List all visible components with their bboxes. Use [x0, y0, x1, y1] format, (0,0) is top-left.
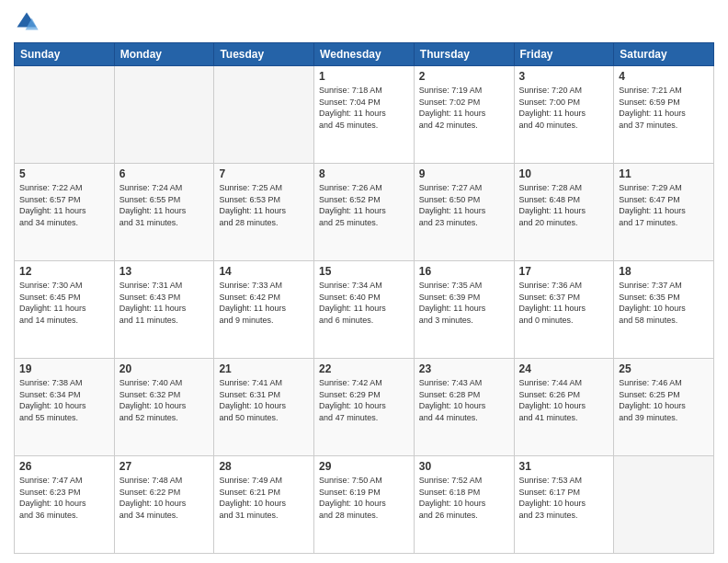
day-number: 3: [519, 70, 609, 83]
day-number: 1: [319, 70, 409, 83]
day-number: 12: [19, 265, 109, 278]
cell-info: Sunrise: 7:43 AM Sunset: 6:28 PM Dayligh…: [419, 377, 509, 423]
cell-info: Sunrise: 7:50 AM Sunset: 6:19 PM Dayligh…: [319, 475, 409, 521]
weekday-tuesday: Tuesday: [214, 43, 314, 66]
weekday-monday: Monday: [114, 43, 214, 66]
calendar-cell: 12Sunrise: 7:30 AM Sunset: 6:45 PM Dayli…: [15, 261, 115, 359]
cell-info: Sunrise: 7:46 AM Sunset: 6:25 PM Dayligh…: [619, 377, 709, 423]
cell-info: Sunrise: 7:35 AM Sunset: 6:39 PM Dayligh…: [419, 280, 509, 326]
calendar-cell: 29Sunrise: 7:50 AM Sunset: 6:19 PM Dayli…: [314, 456, 415, 554]
cell-info: Sunrise: 7:26 AM Sunset: 6:52 PM Dayligh…: [319, 182, 409, 228]
calendar-cell: 28Sunrise: 7:49 AM Sunset: 6:21 PM Dayli…: [214, 456, 314, 554]
day-number: 7: [219, 167, 309, 180]
day-number: 29: [319, 460, 409, 473]
cell-info: Sunrise: 7:49 AM Sunset: 6:21 PM Dayligh…: [219, 475, 309, 521]
calendar-cell: 4Sunrise: 7:21 AM Sunset: 6:59 PM Daylig…: [614, 66, 714, 164]
calendar-week-2: 5Sunrise: 7:22 AM Sunset: 6:57 PM Daylig…: [15, 164, 714, 261]
day-number: 10: [519, 167, 609, 180]
cell-info: Sunrise: 7:37 AM Sunset: 6:35 PM Dayligh…: [619, 280, 709, 326]
calendar-cell: 16Sunrise: 7:35 AM Sunset: 6:39 PM Dayli…: [414, 261, 514, 359]
calendar-cell: 14Sunrise: 7:33 AM Sunset: 6:42 PM Dayli…: [214, 261, 314, 359]
calendar-cell: 20Sunrise: 7:40 AM Sunset: 6:32 PM Dayli…: [114, 359, 214, 456]
cell-info: Sunrise: 7:19 AM Sunset: 7:02 PM Dayligh…: [419, 85, 509, 131]
calendar-cell: 22Sunrise: 7:42 AM Sunset: 6:29 PM Dayli…: [314, 359, 415, 456]
cell-info: Sunrise: 7:38 AM Sunset: 6:34 PM Dayligh…: [19, 377, 109, 423]
day-number: 22: [319, 362, 409, 375]
day-number: 24: [519, 362, 609, 375]
cell-info: Sunrise: 7:52 AM Sunset: 6:18 PM Dayligh…: [419, 475, 509, 521]
cell-info: Sunrise: 7:30 AM Sunset: 6:45 PM Dayligh…: [19, 280, 109, 326]
cell-info: Sunrise: 7:29 AM Sunset: 6:47 PM Dayligh…: [619, 182, 709, 228]
cell-info: Sunrise: 7:33 AM Sunset: 6:42 PM Dayligh…: [219, 280, 309, 326]
calendar-cell: 1Sunrise: 7:18 AM Sunset: 7:04 PM Daylig…: [314, 66, 415, 164]
calendar-cell: 18Sunrise: 7:37 AM Sunset: 6:35 PM Dayli…: [614, 261, 714, 359]
day-number: 26: [19, 460, 109, 473]
calendar-cell: 13Sunrise: 7:31 AM Sunset: 6:43 PM Dayli…: [114, 261, 214, 359]
calendar-week-3: 12Sunrise: 7:30 AM Sunset: 6:45 PM Dayli…: [15, 261, 714, 359]
cell-info: Sunrise: 7:48 AM Sunset: 6:22 PM Dayligh…: [119, 475, 210, 521]
day-number: 4: [619, 70, 709, 83]
weekday-wednesday: Wednesday: [314, 43, 415, 66]
cell-info: Sunrise: 7:21 AM Sunset: 6:59 PM Dayligh…: [619, 85, 709, 131]
calendar-cell: 5Sunrise: 7:22 AM Sunset: 6:57 PM Daylig…: [15, 164, 115, 261]
day-number: 5: [19, 167, 109, 180]
calendar-cell: 11Sunrise: 7:29 AM Sunset: 6:47 PM Dayli…: [614, 164, 714, 261]
day-number: 13: [119, 265, 210, 278]
day-number: 25: [619, 362, 709, 375]
cell-info: Sunrise: 7:34 AM Sunset: 6:40 PM Dayligh…: [319, 280, 409, 326]
calendar-cell: 2Sunrise: 7:19 AM Sunset: 7:02 PM Daylig…: [414, 66, 514, 164]
calendar-cell: 15Sunrise: 7:34 AM Sunset: 6:40 PM Dayli…: [314, 261, 415, 359]
weekday-friday: Friday: [514, 43, 614, 66]
cell-info: Sunrise: 7:47 AM Sunset: 6:23 PM Dayligh…: [19, 475, 109, 521]
calendar-cell: 9Sunrise: 7:27 AM Sunset: 6:50 PM Daylig…: [414, 164, 514, 261]
cell-info: Sunrise: 7:44 AM Sunset: 6:26 PM Dayligh…: [519, 377, 609, 423]
calendar-cell: [15, 66, 115, 164]
weekday-saturday: Saturday: [614, 43, 714, 66]
day-number: 19: [19, 362, 109, 375]
calendar-cell: 31Sunrise: 7:53 AM Sunset: 6:17 PM Dayli…: [514, 456, 614, 554]
day-number: 31: [519, 460, 609, 473]
calendar-week-1: 1Sunrise: 7:18 AM Sunset: 7:04 PM Daylig…: [15, 66, 714, 164]
cell-info: Sunrise: 7:22 AM Sunset: 6:57 PM Dayligh…: [19, 182, 109, 228]
calendar-cell: 7Sunrise: 7:25 AM Sunset: 6:53 PM Daylig…: [214, 164, 314, 261]
day-number: 11: [619, 167, 709, 180]
calendar-cell: 17Sunrise: 7:36 AM Sunset: 6:37 PM Dayli…: [514, 261, 614, 359]
day-number: 14: [219, 265, 309, 278]
day-number: 6: [119, 167, 210, 180]
header: [14, 9, 714, 35]
day-number: 16: [419, 265, 509, 278]
calendar-cell: 6Sunrise: 7:24 AM Sunset: 6:55 PM Daylig…: [114, 164, 214, 261]
calendar-cell: 25Sunrise: 7:46 AM Sunset: 6:25 PM Dayli…: [614, 359, 714, 456]
calendar-cell: [114, 66, 214, 164]
logo: [14, 9, 43, 35]
day-number: 20: [119, 362, 210, 375]
calendar-cell: 23Sunrise: 7:43 AM Sunset: 6:28 PM Dayli…: [414, 359, 514, 456]
day-number: 18: [619, 265, 709, 278]
calendar-cell: 3Sunrise: 7:20 AM Sunset: 7:00 PM Daylig…: [514, 66, 614, 164]
calendar-cell: 24Sunrise: 7:44 AM Sunset: 6:26 PM Dayli…: [514, 359, 614, 456]
day-number: 17: [519, 265, 609, 278]
cell-info: Sunrise: 7:20 AM Sunset: 7:00 PM Dayligh…: [519, 85, 609, 131]
calendar-cell: 21Sunrise: 7:41 AM Sunset: 6:31 PM Dayli…: [214, 359, 314, 456]
cell-info: Sunrise: 7:41 AM Sunset: 6:31 PM Dayligh…: [219, 377, 309, 423]
calendar-cell: 30Sunrise: 7:52 AM Sunset: 6:18 PM Dayli…: [414, 456, 514, 554]
calendar-cell: 8Sunrise: 7:26 AM Sunset: 6:52 PM Daylig…: [314, 164, 415, 261]
day-number: 27: [119, 460, 210, 473]
cell-info: Sunrise: 7:53 AM Sunset: 6:17 PM Dayligh…: [519, 475, 609, 521]
cell-info: Sunrise: 7:31 AM Sunset: 6:43 PM Dayligh…: [119, 280, 210, 326]
calendar-cell: 27Sunrise: 7:48 AM Sunset: 6:22 PM Dayli…: [114, 456, 214, 554]
calendar-cell: 26Sunrise: 7:47 AM Sunset: 6:23 PM Dayli…: [15, 456, 115, 554]
weekday-sunday: Sunday: [15, 43, 115, 66]
cell-info: Sunrise: 7:24 AM Sunset: 6:55 PM Dayligh…: [119, 182, 210, 228]
cell-info: Sunrise: 7:36 AM Sunset: 6:37 PM Dayligh…: [519, 280, 609, 326]
cell-info: Sunrise: 7:40 AM Sunset: 6:32 PM Dayligh…: [119, 377, 210, 423]
calendar-week-5: 26Sunrise: 7:47 AM Sunset: 6:23 PM Dayli…: [15, 456, 714, 554]
cell-info: Sunrise: 7:27 AM Sunset: 6:50 PM Dayligh…: [419, 182, 509, 228]
calendar-week-4: 19Sunrise: 7:38 AM Sunset: 6:34 PM Dayli…: [15, 359, 714, 456]
day-number: 2: [419, 70, 509, 83]
cell-info: Sunrise: 7:25 AM Sunset: 6:53 PM Dayligh…: [219, 182, 309, 228]
calendar-cell: 10Sunrise: 7:28 AM Sunset: 6:48 PM Dayli…: [514, 164, 614, 261]
day-number: 30: [419, 460, 509, 473]
weekday-header-row: SundayMondayTuesdayWednesdayThursdayFrid…: [15, 43, 714, 66]
logo-icon: [14, 9, 40, 35]
